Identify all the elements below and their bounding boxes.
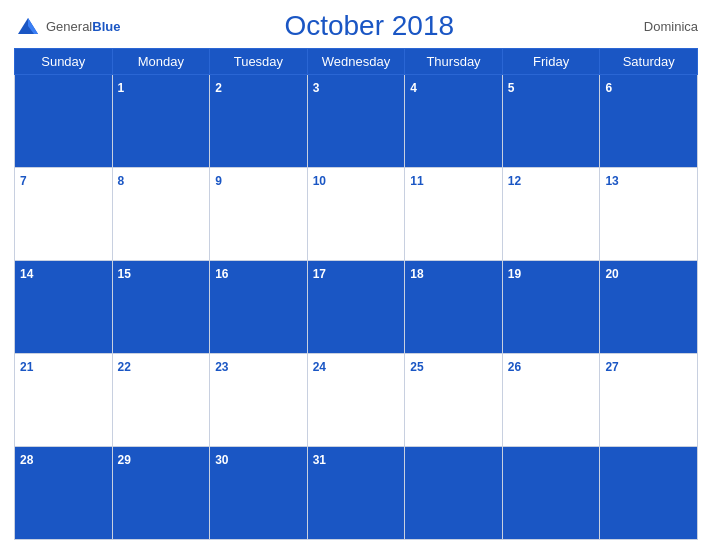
logo: GeneralBlue: [14, 12, 120, 40]
day-number: 19: [508, 267, 521, 281]
calendar-cell: 12: [502, 168, 600, 261]
day-number: 6: [605, 81, 612, 95]
day-header-thursday: Thursday: [405, 49, 503, 75]
calendar-cell: 5: [502, 75, 600, 168]
logo-general: General: [46, 19, 92, 34]
day-header-friday: Friday: [502, 49, 600, 75]
calendar-cell: [600, 447, 698, 540]
calendar-cell: 10: [307, 168, 405, 261]
day-number: 13: [605, 174, 618, 188]
day-number: 10: [313, 174, 326, 188]
day-number: 7: [20, 174, 27, 188]
week-row-2: 78910111213: [15, 168, 698, 261]
day-header-monday: Monday: [112, 49, 210, 75]
country-label: Dominica: [618, 19, 698, 34]
calendar-cell: 3: [307, 75, 405, 168]
calendar-cell: 30: [210, 447, 308, 540]
calendar-cell: 17: [307, 261, 405, 354]
calendar-cell: 31: [307, 447, 405, 540]
calendar-cell: 20: [600, 261, 698, 354]
day-number: 12: [508, 174, 521, 188]
day-number: 25: [410, 360, 423, 374]
header: GeneralBlue October 2018 Dominica: [14, 10, 698, 42]
calendar-table: SundayMondayTuesdayWednesdayThursdayFrid…: [14, 48, 698, 540]
calendar-cell: 18: [405, 261, 503, 354]
day-number: 14: [20, 267, 33, 281]
calendar-cell: 15: [112, 261, 210, 354]
calendar-cell: 13: [600, 168, 698, 261]
calendar-cell: 6: [600, 75, 698, 168]
calendar-title: October 2018: [120, 10, 618, 42]
calendar-cell: 27: [600, 354, 698, 447]
calendar-cell: 26: [502, 354, 600, 447]
day-number: 15: [118, 267, 131, 281]
days-header-row: SundayMondayTuesdayWednesdayThursdayFrid…: [15, 49, 698, 75]
day-number: 21: [20, 360, 33, 374]
calendar-cell: 21: [15, 354, 113, 447]
calendar-cell: [15, 75, 113, 168]
day-number: 24: [313, 360, 326, 374]
calendar-cell: 16: [210, 261, 308, 354]
calendar-cell: 1: [112, 75, 210, 168]
day-number: 26: [508, 360, 521, 374]
day-number: 18: [410, 267, 423, 281]
calendar-cell: 4: [405, 75, 503, 168]
logo-blue: Blue: [92, 19, 120, 34]
calendar-cell: 11: [405, 168, 503, 261]
calendar-cell: 22: [112, 354, 210, 447]
calendar-cell: 24: [307, 354, 405, 447]
calendar-cell: 25: [405, 354, 503, 447]
day-header-tuesday: Tuesday: [210, 49, 308, 75]
logo-text: GeneralBlue: [46, 17, 120, 35]
calendar-cell: 29: [112, 447, 210, 540]
calendar-page: GeneralBlue October 2018 Dominica Sunday…: [0, 0, 712, 550]
day-number: 4: [410, 81, 417, 95]
calendar-cell: 23: [210, 354, 308, 447]
day-number: 29: [118, 453, 131, 467]
day-number: 17: [313, 267, 326, 281]
day-number: 11: [410, 174, 423, 188]
day-number: 27: [605, 360, 618, 374]
day-number: 9: [215, 174, 222, 188]
day-number: 28: [20, 453, 33, 467]
day-number: 2: [215, 81, 222, 95]
week-row-5: 28293031: [15, 447, 698, 540]
day-number: 31: [313, 453, 326, 467]
week-row-1: 123456: [15, 75, 698, 168]
calendar-cell: 9: [210, 168, 308, 261]
day-number: 23: [215, 360, 228, 374]
calendar-cell: 8: [112, 168, 210, 261]
calendar-cell: 28: [15, 447, 113, 540]
day-number: 22: [118, 360, 131, 374]
week-row-3: 14151617181920: [15, 261, 698, 354]
calendar-cell: 14: [15, 261, 113, 354]
day-header-wednesday: Wednesday: [307, 49, 405, 75]
calendar-cell: 19: [502, 261, 600, 354]
calendar-cell: 7: [15, 168, 113, 261]
day-number: 30: [215, 453, 228, 467]
day-number: 3: [313, 81, 320, 95]
day-header-saturday: Saturday: [600, 49, 698, 75]
day-number: 5: [508, 81, 515, 95]
day-number: 1: [118, 81, 125, 95]
week-row-4: 21222324252627: [15, 354, 698, 447]
day-number: 16: [215, 267, 228, 281]
day-number: 8: [118, 174, 125, 188]
calendar-cell: [405, 447, 503, 540]
calendar-cell: 2: [210, 75, 308, 168]
calendar-cell: [502, 447, 600, 540]
logo-bird-icon: [14, 12, 42, 40]
day-header-sunday: Sunday: [15, 49, 113, 75]
day-number: 20: [605, 267, 618, 281]
